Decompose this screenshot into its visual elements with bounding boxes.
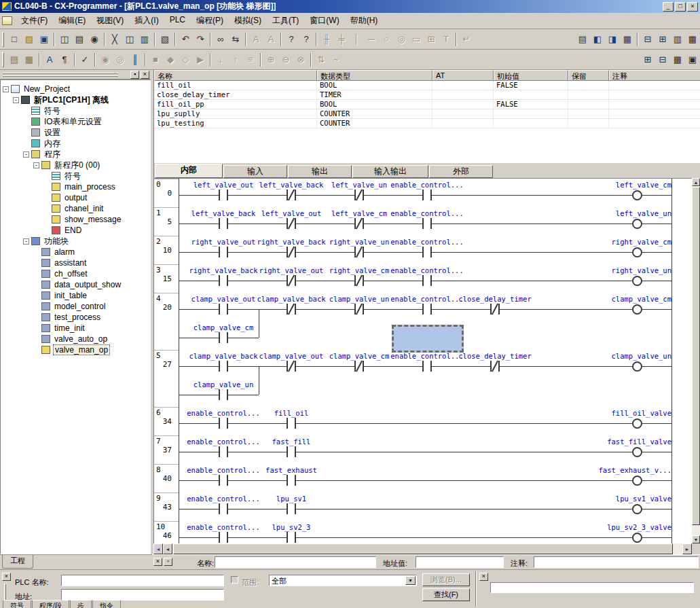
tree-item-valve_auto_op[interactable]: valve_auto_op xyxy=(1,334,150,344)
contact-enable_control...[interactable] xyxy=(422,247,424,257)
coil-fast_fill_valve[interactable] xyxy=(632,447,642,457)
tree-close-icon[interactable]: × xyxy=(141,71,149,79)
contact-enable_control...[interactable] xyxy=(219,532,220,543)
result-tab-程序/段[interactable]: 程序/段 xyxy=(32,600,69,608)
print-preview-icon[interactable]: ◉ xyxy=(87,32,102,47)
quickbar-expand-icon[interactable]: ▫ xyxy=(164,558,172,566)
contact-close_delay_timer[interactable] xyxy=(498,304,500,315)
coil-fast_exhaust_v...[interactable] xyxy=(632,476,642,486)
variable-row[interactable]: close_delay_timerTIMER xyxy=(154,90,700,100)
result-tab-指令[interactable]: 指令 xyxy=(92,600,121,608)
tree-item-valve_man_op[interactable]: valve_man_op xyxy=(1,344,150,355)
find-button[interactable]: 查找(F) xyxy=(422,588,470,601)
contact-enable_control...[interactable] xyxy=(422,218,424,229)
paste-special-icon[interactable]: ▧ xyxy=(158,32,172,47)
pane-left-icon[interactable]: ◄ xyxy=(153,543,163,554)
contact-fill_oil[interactable] xyxy=(287,418,288,429)
column-header-名称[interactable]: 名称 xyxy=(154,70,317,81)
contact-right_valve_un[interactable] xyxy=(363,247,364,257)
tree-item-符号[interactable]: 符号 xyxy=(1,171,150,181)
contact-clamp_valve_out[interactable] xyxy=(295,361,296,372)
scrollbar-thumb[interactable] xyxy=(173,543,673,554)
column-header-数据类型[interactable]: 数据类型 xyxy=(317,70,432,81)
contact-left_valve_back[interactable] xyxy=(227,218,228,229)
tree-item-IO表和单元设置[interactable]: IO表和单元设置 xyxy=(1,116,150,127)
contact-enable_control...[interactable] xyxy=(227,418,228,429)
tree-item-符号[interactable]: 符号 xyxy=(1,105,150,116)
tree-item-程序[interactable]: -程序 xyxy=(1,149,150,160)
tab-输出[interactable]: 输出 xyxy=(288,165,352,178)
tree-panel-grip[interactable]: ▪ × xyxy=(0,70,151,79)
tree-item-END[interactable]: END xyxy=(1,225,150,236)
contact-right_valve_out[interactable] xyxy=(295,275,296,286)
contact-clamp_valve_back[interactable] xyxy=(295,304,296,315)
paste-icon[interactable]: ▥ xyxy=(137,32,152,47)
tree-item-ch_offset[interactable]: ch_offset xyxy=(1,268,150,279)
tab-输入输出[interactable]: 输入输出 xyxy=(352,165,428,178)
coil-right_valve_un[interactable] xyxy=(632,276,642,286)
contact-lpu_sv2_3[interactable] xyxy=(295,532,296,543)
coil-lpu_sv2_3_valve[interactable] xyxy=(632,533,642,543)
ladder-rung-3[interactable]: 315right_valve_backright_valve_outright_… xyxy=(154,264,692,293)
view-diagram-icon[interactable]: ▦ xyxy=(22,52,37,67)
symbol-editor-icon[interactable]: A xyxy=(42,52,57,67)
comment-field[interactable] xyxy=(534,556,699,568)
name-field[interactable] xyxy=(215,556,376,568)
tree-item-init_table[interactable]: init_table xyxy=(1,290,150,301)
properties-icon[interactable]: ▣ xyxy=(685,52,700,67)
tree-item-新程序0 (00)[interactable]: -新程序0 (00) xyxy=(1,160,150,171)
selected-cell[interactable] xyxy=(392,325,464,353)
tree-expander-icon[interactable]: - xyxy=(23,238,29,245)
new-file-icon[interactable]: □ xyxy=(7,32,22,47)
menu-item-模拟(S)[interactable]: 模拟(S) xyxy=(229,13,267,29)
contact-enable_control...[interactable] xyxy=(422,275,424,286)
show-grid-icon[interactable]: ▦ xyxy=(685,32,700,47)
cross-reference-icon[interactable]: ⊟ xyxy=(640,32,655,47)
address-reference-icon[interactable]: ⊞ xyxy=(655,32,670,47)
tree-expander-icon[interactable]: - xyxy=(13,97,19,103)
contact-clamp_valve_out[interactable] xyxy=(227,304,228,315)
watch-window-icon[interactable]: ▥ xyxy=(670,32,685,47)
column-header-保留[interactable]: 保留 xyxy=(568,70,609,81)
contact-right_valve_back[interactable] xyxy=(227,275,228,286)
compile-icon[interactable]: ✓ xyxy=(77,52,92,67)
contact-enable_control...[interactable] xyxy=(422,190,424,200)
print-setup-icon[interactable]: ◫ xyxy=(57,32,72,47)
dropdown-arrow-icon[interactable]: ▼ xyxy=(405,576,416,585)
io-comment-view-icon[interactable]: ▦ xyxy=(620,32,635,47)
contact-enable_control...[interactable] xyxy=(430,304,432,315)
scope-select[interactable]: 全部 ▼ xyxy=(269,575,417,586)
column-header-注释[interactable]: 注释 xyxy=(609,70,700,81)
tree-item-设置[interactable]: 设置 xyxy=(1,127,150,138)
ladder-rung-8[interactable]: 840enable_control...fast_exhaustfast_exh… xyxy=(154,464,692,493)
tree-item-time_init[interactable]: time_init xyxy=(1,323,150,334)
tree-item-alarm[interactable]: alarm xyxy=(1,247,150,257)
tree-item-功能块[interactable]: -功能块 xyxy=(1,236,150,247)
tree-expander-icon[interactable]: - xyxy=(23,151,29,158)
scroll-right-icon[interactable]: ► xyxy=(682,543,692,554)
variable-row[interactable]: fill_oilBOOLFALSE xyxy=(154,81,700,90)
menu-item-插入(I)[interactable]: 插入(I) xyxy=(129,13,164,29)
coil-fill_oil_valve[interactable] xyxy=(632,418,642,429)
tab-外部[interactable]: 外部 xyxy=(429,165,493,178)
contact-clamp_valve_un[interactable] xyxy=(219,389,220,400)
zoom-in-icon[interactable]: ⊞ xyxy=(640,52,655,67)
contact-enable_control...[interactable] xyxy=(227,503,228,514)
variable-row[interactable]: lpu_testingCOUNTER xyxy=(154,119,700,128)
coil-clamp_valve_un[interactable] xyxy=(632,361,642,372)
scroll-left-icon[interactable]: ◄ xyxy=(163,543,172,554)
coil-right_valve_cm[interactable] xyxy=(632,247,642,257)
tree-expander-icon[interactable]: - xyxy=(3,86,9,92)
coil-lpu_sv1_valve[interactable] xyxy=(632,504,642,514)
ladder-rung-5[interactable]: 527clamp_valve_backclamp_valve_outclamp_… xyxy=(154,350,692,407)
scroll-down-icon[interactable]: ▼ xyxy=(692,535,700,543)
tree-item-main_process[interactable]: main_process xyxy=(1,181,150,192)
contact-lpu_sv1[interactable] xyxy=(295,503,296,514)
contact-close_delay_timer[interactable] xyxy=(498,361,500,372)
open-file-icon[interactable]: ▨ xyxy=(22,32,37,47)
cut-icon[interactable]: ╳ xyxy=(107,32,122,47)
contact-right_valve_back[interactable] xyxy=(295,247,296,257)
contact-left_valve_back[interactable] xyxy=(219,218,220,229)
contact-enable_control...[interactable] xyxy=(422,361,424,372)
ladder-rung-2[interactable]: 210right_valve_outright_valve_backright_… xyxy=(154,236,692,264)
